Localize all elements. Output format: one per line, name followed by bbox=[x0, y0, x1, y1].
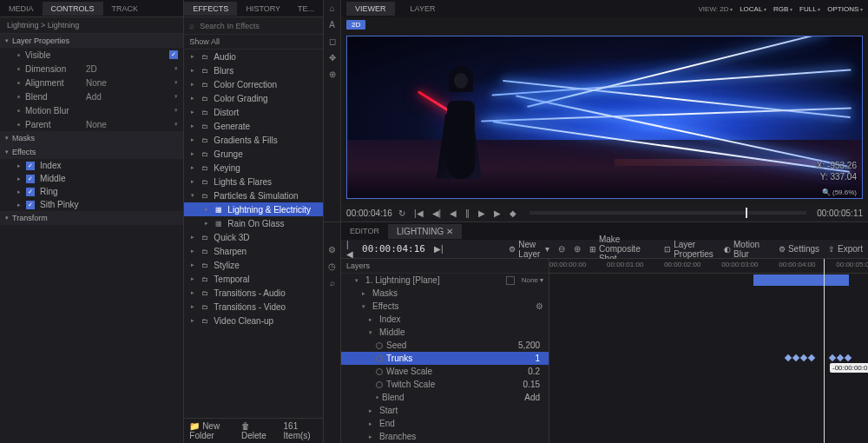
effect-index[interactable]: ▸Index bbox=[0, 159, 183, 172]
prev-frame-icon[interactable]: ◀| bbox=[430, 208, 444, 218]
local-dropdown[interactable]: LOCAL bbox=[740, 5, 766, 13]
tab-track[interactable]: TRACK bbox=[103, 2, 148, 16]
category-distort[interactable]: 🗀Distort bbox=[184, 105, 323, 119]
prev-icon[interactable]: ◀ bbox=[447, 208, 459, 218]
effects-search-input[interactable] bbox=[200, 22, 318, 30]
tl-goto-start-icon[interactable]: |◀ bbox=[346, 240, 353, 259]
export-button[interactable]: ⇪Export bbox=[828, 244, 863, 254]
goto-end-icon[interactable]: ◆ bbox=[507, 208, 519, 218]
keyframe-toggle-icon[interactable] bbox=[376, 342, 383, 349]
category-temporal[interactable]: 🗀Temporal bbox=[184, 272, 323, 286]
prop-dimension[interactable]: Dimension2D▾ bbox=[0, 62, 183, 76]
track-end[interactable]: ▸End bbox=[341, 417, 549, 430]
layer-properties-button[interactable]: ⊡Layer Properties bbox=[664, 240, 715, 259]
category-keying[interactable]: 🗀Keying bbox=[184, 161, 323, 175]
pause-icon[interactable]: ‖ bbox=[463, 208, 472, 218]
new-layer-button[interactable]: ⚙New Layer ▾ bbox=[509, 240, 549, 259]
category-particles-simulation[interactable]: 🗀Particles & Simulation bbox=[184, 188, 323, 202]
checkbox[interactable] bbox=[26, 175, 35, 183]
goto-start-icon[interactable]: |◀ bbox=[411, 208, 426, 218]
play-icon[interactable]: ▶ bbox=[491, 208, 503, 218]
settings-button[interactable]: ⚙Settings bbox=[779, 244, 819, 254]
tool-move-icon[interactable]: ✥ bbox=[329, 53, 336, 63]
playback-scrubber[interactable] bbox=[529, 211, 806, 215]
tl-tab-editor[interactable]: EDITOR bbox=[341, 224, 388, 238]
category-color-correction[interactable]: 🗀Color Correction bbox=[184, 77, 323, 91]
timeline-graph[interactable]: 00:00:00:0000:00:01:0000:00:02:0000:00:0… bbox=[549, 259, 868, 443]
track-wave-scale[interactable]: Wave Scale0.2 bbox=[341, 365, 549, 378]
tl-tool-clock-icon[interactable]: ◷ bbox=[328, 261, 336, 271]
track-branches[interactable]: ▸Branches bbox=[341, 430, 549, 443]
track-masks[interactable]: ▸Masks bbox=[341, 287, 549, 300]
effect-sith-pinky[interactable]: ▸Sith Pinky bbox=[0, 198, 183, 211]
tl-tool-search-icon[interactable]: ⌕ bbox=[330, 278, 335, 288]
tl-circle1-icon[interactable]: ⊖ bbox=[558, 244, 565, 254]
prop-blend[interactable]: BlendAdd▾ bbox=[0, 89, 183, 103]
category-sharpen[interactable]: 🗀Sharpen bbox=[184, 244, 323, 258]
viewer-canvas[interactable]: X: -953.26Y: 337.04 (59.6%) bbox=[346, 36, 863, 199]
tl-tab-lightning[interactable]: LIGHTNING ✕ bbox=[388, 224, 462, 239]
view-mode-dropdown[interactable]: VIEW: 2D bbox=[699, 5, 733, 13]
tl-circle2-icon[interactable]: ⊕ bbox=[574, 244, 581, 254]
category-gradients-fills[interactable]: 🗀Gradients & Fills bbox=[184, 133, 323, 147]
category-audio[interactable]: 🗀Audio bbox=[184, 50, 323, 63]
checkbox[interactable] bbox=[26, 188, 35, 196]
effect-rain-on-glass[interactable]: ▦Rain On Glass bbox=[184, 216, 323, 230]
category-lights-flares[interactable]: 🗀Lights & Flares bbox=[184, 175, 323, 188]
effect-lightning-electricity[interactable]: ▦Lightning & Electricity bbox=[184, 202, 323, 216]
tool-text-icon[interactable]: A bbox=[329, 20, 335, 30]
layer-clip[interactable] bbox=[753, 274, 849, 286]
prop-alignment[interactable]: AlignmentNone▾ bbox=[0, 76, 183, 89]
tab-controls[interactable]: CONTROLS bbox=[43, 2, 103, 16]
zoom-level[interactable]: (59.6%) bbox=[822, 188, 857, 196]
track-seed[interactable]: Seed5,200 bbox=[341, 339, 549, 352]
category-quick-3d[interactable]: 🗀Quick 3D bbox=[184, 230, 323, 244]
category-color-grading[interactable]: 🗀Color Grading bbox=[184, 91, 323, 105]
track-middle[interactable]: ▾Middle bbox=[341, 326, 549, 339]
category-transitions---video[interactable]: 🗀Transitions - Video bbox=[184, 300, 323, 314]
tl-tool-gear-icon[interactable]: ⚙ bbox=[328, 245, 336, 255]
layer-properties-header[interactable]: Layer Properties bbox=[0, 34, 183, 48]
tool-target-icon[interactable]: ⊕ bbox=[329, 69, 336, 79]
track-index[interactable]: ▸Index bbox=[341, 313, 549, 326]
keyframe-toggle-icon[interactable] bbox=[376, 355, 383, 362]
category-grunge[interactable]: 🗀Grunge bbox=[184, 147, 323, 161]
loop-icon[interactable]: ↻ bbox=[396, 208, 408, 218]
tool-square-icon[interactable]: ◻ bbox=[329, 36, 336, 46]
tab-layer[interactable]: LAYER bbox=[402, 2, 444, 16]
category-blurs[interactable]: 🗀Blurs bbox=[184, 63, 323, 77]
rgb-dropdown[interactable]: RGB bbox=[773, 5, 792, 13]
transform-header[interactable]: Transform bbox=[0, 211, 183, 225]
category-video-clean-up[interactable]: 🗀Video Clean-up bbox=[184, 314, 323, 327]
tab-history[interactable]: HISTORY bbox=[237, 2, 289, 16]
full-dropdown[interactable]: FULL bbox=[799, 5, 820, 13]
tool-home-icon[interactable]: ⌂ bbox=[330, 3, 335, 13]
track-effects[interactable]: ▾Effects⚙ bbox=[341, 300, 549, 313]
show-all[interactable]: Show All bbox=[184, 35, 323, 50]
timecode[interactable]: 00:00:04:16 bbox=[362, 243, 425, 255]
masks-header[interactable]: Masks bbox=[0, 131, 183, 145]
playhead[interactable] bbox=[824, 259, 825, 443]
category-generate[interactable]: 🗀Generate bbox=[184, 119, 323, 133]
effects-header[interactable]: Effects bbox=[0, 145, 183, 159]
prop-visible[interactable]: Visible bbox=[0, 48, 183, 62]
options-dropdown[interactable]: OPTIONS bbox=[827, 5, 863, 13]
track-1-lightning-plane-[interactable]: ▾1. Lightning [Plane]None ▾ bbox=[341, 274, 549, 287]
track-start[interactable]: ▸Start bbox=[341, 404, 549, 417]
close-icon[interactable]: ✕ bbox=[446, 227, 453, 236]
gear-icon[interactable]: ⚙ bbox=[536, 301, 543, 311]
delete-button[interactable]: 🗑 Delete bbox=[241, 421, 270, 440]
keyframe-toggle-icon[interactable] bbox=[376, 368, 383, 375]
tab-viewer[interactable]: VIEWER bbox=[346, 2, 395, 16]
category-stylize[interactable]: 🗀Stylize bbox=[184, 258, 323, 272]
new-folder-button[interactable]: 📁 New Folder bbox=[189, 421, 234, 440]
prop-parent[interactable]: ParentNone▾ bbox=[0, 117, 183, 131]
checkbox[interactable] bbox=[26, 162, 35, 170]
next-icon[interactable]: ▶ bbox=[476, 208, 488, 218]
prop-motion-blur[interactable]: Motion Blur▾ bbox=[0, 103, 183, 117]
track-trunks[interactable]: Trunks1 bbox=[341, 352, 549, 365]
effect-ring[interactable]: ▸Ring bbox=[0, 185, 183, 198]
track-blend[interactable]: BlendAdd bbox=[341, 391, 549, 404]
checkbox[interactable] bbox=[169, 50, 178, 59]
tl-goto-end-icon[interactable]: ▶| bbox=[434, 244, 444, 254]
